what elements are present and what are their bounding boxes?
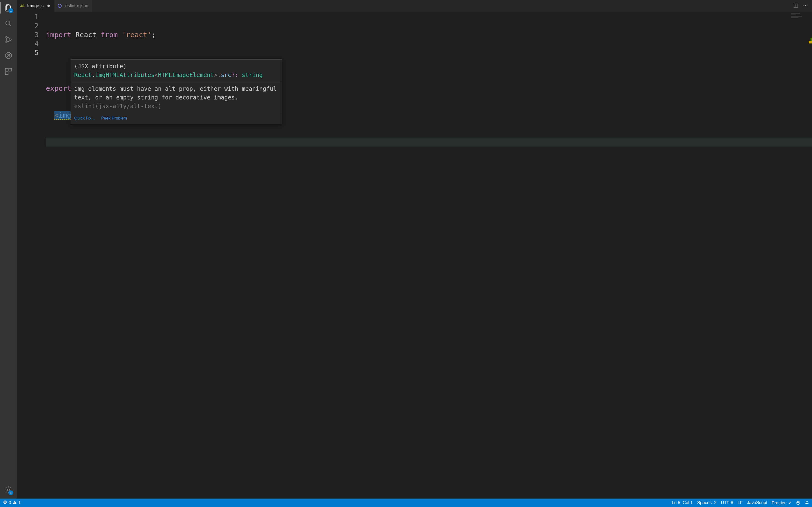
- svg-rect-7: [5, 72, 8, 74]
- bell-icon: [805, 501, 809, 505]
- search-icon: [4, 19, 12, 28]
- tab-image-js[interactable]: JS Image.js: [17, 0, 54, 12]
- line-number: 5: [17, 48, 39, 57]
- tab-bar: JS Image.js .eslintrc.json: [17, 0, 812, 12]
- tab-label: Image.js: [27, 3, 44, 8]
- svg-point-0: [6, 21, 10, 25]
- activity-extensions[interactable]: [3, 66, 14, 77]
- activity-source-control[interactable]: [3, 34, 14, 45]
- activity-explorer[interactable]: 1: [3, 2, 14, 13]
- line-number-gutter: 1 2 3 4 5: [17, 12, 46, 499]
- status-cursor-position[interactable]: Ln 5, Col 1: [672, 500, 693, 505]
- svg-rect-5: [5, 68, 8, 71]
- code-line: [46, 137, 812, 147]
- error-icon: [3, 500, 7, 506]
- quick-fix-button[interactable]: Quick Fix...: [74, 116, 95, 120]
- hover-diagnostic: img elements must have an alt prop, eith…: [71, 82, 282, 113]
- svg-point-11: [805, 5, 806, 6]
- editor-body[interactable]: 1 2 3 4 5 import React from 'react'; exp…: [17, 12, 812, 499]
- tab-label: .eslintrc.json: [64, 3, 88, 8]
- extensions-icon: [4, 67, 12, 75]
- split-editor-icon: [793, 3, 799, 8]
- js-file-icon: JS: [20, 4, 24, 8]
- smiley-icon: [796, 501, 800, 505]
- minimap[interactable]: [791, 12, 808, 22]
- svg-rect-15: [14, 503, 15, 504]
- explorer-badge: 1: [8, 8, 13, 13]
- svg-rect-6: [9, 68, 11, 71]
- split-editor-button[interactable]: [793, 3, 799, 9]
- code-line: import React from 'react';: [46, 31, 812, 39]
- svg-point-12: [807, 5, 807, 6]
- status-prettier[interactable]: Prettier: ✔: [772, 500, 792, 506]
- warning-icon: [12, 500, 17, 506]
- eslint-file-icon: [58, 4, 62, 8]
- line-number: 2: [17, 21, 39, 31]
- svg-point-10: [804, 5, 804, 6]
- line-number: 4: [17, 39, 39, 48]
- dirty-indicator-icon: [47, 5, 50, 7]
- hover-popup: (JSX attribute) React.ImgHTMLAttributes<…: [70, 59, 282, 124]
- settings-badge: 1: [8, 490, 13, 495]
- error-count: 0: [9, 500, 11, 505]
- peek-problem-button[interactable]: Peek Problem: [101, 116, 127, 120]
- activity-bar: 1 1: [0, 0, 17, 499]
- svg-rect-14: [14, 502, 15, 503]
- debug-disabled-icon: [4, 51, 12, 60]
- activity-settings[interactable]: 1: [3, 484, 14, 496]
- status-notifications[interactable]: [805, 501, 809, 505]
- svg-point-3: [10, 39, 11, 40]
- svg-point-17: [798, 502, 798, 503]
- source-control-icon: [4, 36, 12, 44]
- hover-signature: (JSX attribute) React.ImgHTMLAttributes<…: [71, 60, 282, 82]
- ellipsis-icon: [803, 3, 808, 8]
- svg-point-2: [6, 41, 7, 43]
- svg-point-8: [7, 489, 10, 491]
- status-indentation[interactable]: Spaces: 2: [697, 500, 717, 505]
- more-actions-button[interactable]: [803, 3, 808, 9]
- editor-column: JS Image.js .eslintrc.json 1: [17, 0, 812, 499]
- activity-debug[interactable]: [3, 50, 14, 61]
- status-bar: 0 1 Ln 5, Col 1 Spaces: 2 UTF-8 LF JavaS…: [0, 499, 812, 507]
- overview-ruler[interactable]: [808, 12, 812, 499]
- status-encoding[interactable]: UTF-8: [721, 500, 733, 505]
- line-number: 3: [17, 31, 39, 39]
- tab-eslintrc[interactable]: .eslintrc.json: [54, 0, 93, 12]
- warning-count: 1: [18, 500, 21, 505]
- svg-point-16: [797, 501, 800, 505]
- status-problems[interactable]: 0 1: [3, 500, 21, 506]
- status-eol[interactable]: LF: [738, 500, 743, 505]
- hover-actions: Quick Fix... Peek Problem: [71, 113, 282, 124]
- status-feedback[interactable]: [796, 501, 800, 505]
- svg-point-1: [6, 37, 7, 38]
- status-language-mode[interactable]: JavaScript: [747, 500, 767, 505]
- activity-search[interactable]: [3, 18, 14, 30]
- svg-point-18: [799, 502, 799, 503]
- line-number: 1: [17, 12, 39, 21]
